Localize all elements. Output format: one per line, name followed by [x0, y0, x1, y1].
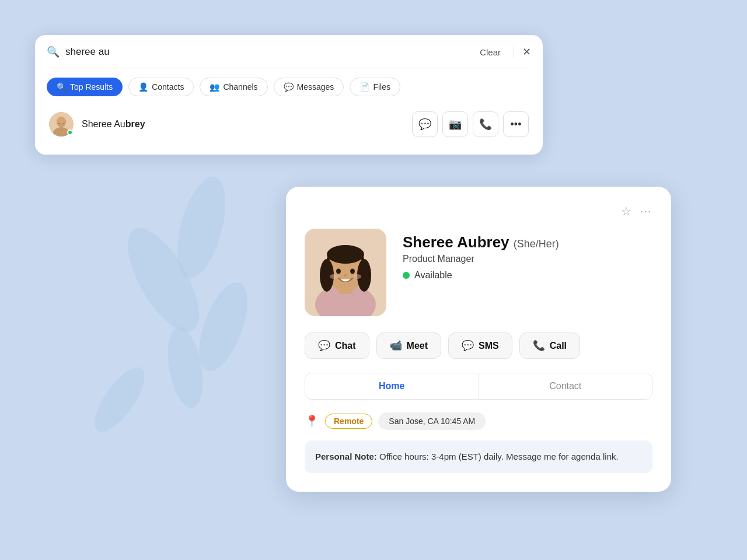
status-dot — [403, 272, 410, 279]
tab-channels[interactable]: 👥 Channels — [200, 78, 267, 96]
svg-point-17 — [353, 274, 361, 279]
search-bar: 🔍 Clear ✕ — [47, 46, 531, 68]
filter-tabs: 🔍 Top Results 👤 Contacts 👥 Channels 💬 Me… — [47, 68, 531, 106]
search-panel: 🔍 Clear ✕ 🔍 Top Results 👤 Contacts 👥 Cha… — [35, 35, 543, 155]
profile-info: Sheree Aubrey (She/Her) Product Manager … — [305, 229, 652, 316]
svg-point-14 — [350, 269, 355, 274]
profile-details: Sheree Aubrey (She/Her) Product Manager … — [403, 229, 559, 281]
result-video-button[interactable]: 📷 — [442, 111, 468, 137]
sms-icon: 💬 — [462, 340, 474, 352]
meet-button[interactable]: 📹 Meet — [376, 332, 441, 359]
channels-icon: 👥 — [210, 82, 219, 92]
tab-top-results[interactable]: 🔍 Top Results — [47, 78, 123, 96]
location-row: 📍 Remote San Jose, CA 10:45 AM — [305, 412, 652, 430]
location-detail: San Jose, CA 10:45 AM — [378, 412, 486, 430]
remote-badge: Remote — [325, 414, 372, 429]
more-options-button[interactable]: ⋯ — [638, 203, 652, 219]
search-input[interactable] — [65, 46, 469, 58]
svg-point-16 — [330, 274, 338, 279]
svg-point-15 — [344, 274, 347, 276]
svg-point-13 — [336, 269, 341, 274]
meet-icon: 📹 — [390, 340, 402, 352]
call-icon: 📞 — [533, 340, 545, 352]
top-results-icon: 🔍 — [57, 82, 67, 92]
result-chat-button[interactable]: 💬 — [412, 111, 438, 137]
search-divider — [514, 46, 514, 58]
result-call-button[interactable]: 📞 — [473, 111, 498, 137]
profile-action-buttons: 💬 Chat 📹 Meet 💬 SMS 📞 Call — [305, 332, 652, 359]
tab-messages[interactable]: 💬 Messages — [274, 78, 344, 96]
result-more-button[interactable]: ••• — [503, 111, 529, 137]
profile-status: Available — [403, 270, 559, 281]
search-result[interactable]: Sheree Aubrey 💬 📷 📞 ••• — [47, 106, 531, 143]
result-avatar-wrap — [49, 112, 74, 136]
clear-button[interactable]: Clear — [475, 47, 505, 57]
call-button[interactable]: 📞 Call — [519, 332, 580, 359]
profile-name: Sheree Aubrey (She/Her) — [403, 233, 559, 251]
result-actions: 💬 📷 📞 ••• — [412, 111, 529, 137]
files-icon: 📄 — [359, 82, 369, 92]
location-pin-icon: 📍 — [305, 414, 319, 428]
profile-pronouns: (She/Her) — [514, 238, 559, 250]
profile-avatar — [305, 229, 386, 316]
profile-card: ☆ ⋯ — [286, 187, 671, 492]
profile-title: Product Manager — [403, 254, 559, 264]
card-header-actions: ☆ ⋯ — [305, 203, 652, 219]
personal-note: Personal Note: Office hours: 3-4pm (EST)… — [305, 440, 652, 473]
profile-tabs: Home Contact — [305, 373, 652, 400]
search-icon: 🔍 — [47, 46, 60, 58]
tab-contact[interactable]: Contact — [479, 373, 652, 399]
messages-icon: 💬 — [284, 82, 294, 92]
online-indicator — [67, 130, 73, 135]
close-button[interactable]: ✕ — [522, 46, 531, 58]
chat-icon: 💬 — [318, 340, 330, 352]
sms-button[interactable]: 💬 SMS — [448, 332, 512, 359]
star-button[interactable]: ☆ — [620, 203, 633, 219]
chat-button[interactable]: 💬 Chat — [305, 332, 369, 359]
personal-note-label: Personal Note: — [315, 452, 377, 461]
result-name: Sheree Aubrey — [82, 119, 412, 130]
contacts-icon: 👤 — [138, 82, 148, 92]
tab-home[interactable]: Home — [305, 373, 479, 399]
svg-point-10 — [327, 245, 364, 264]
tab-contacts[interactable]: 👤 Contacts — [128, 78, 194, 96]
personal-note-text: Office hours: 3-4pm (EST) daily. Message… — [377, 452, 619, 461]
tab-files[interactable]: 📄 Files — [350, 78, 400, 96]
